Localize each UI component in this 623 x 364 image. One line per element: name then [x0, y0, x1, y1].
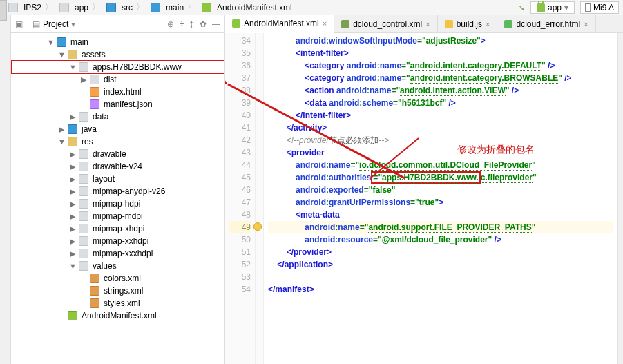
tree-node[interactable]: ▶drawable	[11, 148, 224, 160]
run-config-dropdown[interactable]: app ▾	[530, 1, 575, 14]
bulb-icon[interactable]	[253, 222, 262, 231]
code-line[interactable]: android:grantUriPermissions="true">	[268, 196, 613, 209]
code-line[interactable]: android:windowSoftInputMode="adjustResiz…	[268, 35, 613, 47]
tree-node[interactable]: manifest.json	[11, 98, 224, 111]
code-line[interactable]: </application>	[268, 258, 613, 271]
expand-icon[interactable]: ▶	[69, 162, 76, 171]
editor-tab[interactable]: AndroidManifest.xml×	[225, 15, 334, 33]
tree-node[interactable]: styles.xml	[11, 297, 224, 309]
breadcrumb-item[interactable]: app	[55, 3, 90, 12]
code-line[interactable]: android:authorities="apps.H7BD2BBDK.www.…	[268, 171, 613, 184]
tree-node[interactable]: ▼assets	[11, 48, 224, 61]
code-line[interactable]: android:name="android.support.FILE_PROVI…	[268, 221, 613, 233]
collapse-icon[interactable]: ▣	[15, 19, 23, 29]
expand-icon[interactable]: ▶	[69, 150, 76, 159]
breadcrumb-item[interactable]: AndroidManifest.xml	[198, 3, 294, 12]
file-icon	[79, 211, 88, 221]
expand-icon[interactable]: ▶	[69, 175, 76, 184]
file-icon	[504, 20, 512, 28]
tree-node[interactable]: ▶mipmap-anydpi-v26	[11, 185, 224, 198]
expand-icon[interactable]: ▶	[69, 200, 76, 209]
divide-icon[interactable]: ÷	[180, 19, 184, 29]
editor-tab[interactable]: build.js×	[438, 15, 498, 32]
tree-node[interactable]: ▶drawable-v24	[11, 160, 224, 173]
tree-node[interactable]: ▶mipmap-xxhdpi	[11, 235, 224, 247]
tree-node[interactable]: AndroidManifest.xml	[11, 309, 224, 322]
close-icon[interactable]: ×	[584, 20, 588, 28]
expand-icon[interactable]: ▶	[58, 125, 65, 134]
tree-node[interactable]: ▶mipmap-xxxhdpi	[11, 247, 224, 260]
project-header[interactable]: ▣ ▤ Project ▾ ⊕ ÷ ‡ ✿ —	[11, 15, 224, 33]
expand-icon[interactable]: ▶	[69, 237, 76, 246]
hide-icon[interactable]: —	[212, 19, 220, 29]
close-icon[interactable]: ×	[323, 19, 327, 28]
tree-node[interactable]: ▶java	[11, 123, 224, 135]
code-line[interactable]: <action android:name="android.intent.act…	[268, 84, 613, 97]
code-line[interactable]: </activity>	[268, 122, 613, 134]
tree-node[interactable]: colors.xml	[11, 272, 224, 285]
code-line[interactable]: </provider>	[268, 246, 613, 258]
tree-node[interactable]: ▶data	[11, 111, 224, 123]
expand-icon[interactable]: ▶	[80, 75, 87, 84]
code-line[interactable]: <meta-data	[268, 209, 613, 221]
sync-icon[interactable]: ↘	[518, 3, 525, 12]
editor-tab[interactable]: dcloud_control.xml×	[334, 15, 438, 32]
close-icon[interactable]: ×	[425, 20, 430, 28]
code-line[interactable]: <provider	[268, 146, 613, 159]
project-tool-strip[interactable]	[0, 15, 11, 364]
tree-node[interactable]: ▶dist	[11, 73, 224, 86]
code-line[interactable]: android:resource="@xml/dcloud_file_provi…	[268, 233, 613, 246]
tree-node[interactable]: strings.xml	[11, 285, 224, 297]
code-line[interactable]: <category android:name="android.intent.c…	[268, 59, 613, 72]
breadcrumb-item[interactable]: IPS2	[4, 3, 43, 12]
tree-node[interactable]: ▶layout	[11, 173, 224, 185]
tree-node[interactable]: ▼res	[11, 135, 224, 148]
tree-label: dist	[102, 75, 117, 84]
tree-node[interactable]: ▶mipmap-mdpi	[11, 210, 224, 222]
expand-icon[interactable]: ▶	[69, 249, 76, 258]
breadcrumb-item[interactable]: src	[102, 3, 134, 12]
code-editor[interactable]: 3435363738394041424344454647484950515253…	[225, 33, 623, 364]
expand-icon[interactable]: ▶	[69, 224, 76, 233]
code-line[interactable]: </intent-filter>	[268, 109, 613, 122]
close-icon[interactable]: ×	[486, 20, 490, 28]
expand-icon[interactable]: ▼	[58, 137, 65, 146]
tree-node[interactable]: ▶mipmap-hdpi	[11, 198, 224, 210]
tree-node[interactable]: ▶mipmap-xhdpi	[11, 222, 224, 235]
code-line[interactable]: <category android:name="android.intent.c…	[268, 72, 613, 84]
editor-pane: AndroidManifest.xml×dcloud_control.xml×b…	[225, 15, 623, 364]
editor-tab[interactable]: dcloud_error.html×	[497, 15, 595, 32]
expand-icon[interactable]: ▼	[69, 262, 76, 270]
tree-node[interactable]: ▼values	[11, 260, 224, 272]
code-line[interactable]: <intent-filter>	[268, 47, 613, 59]
tree-node[interactable]: index.html	[11, 86, 224, 98]
fold-gutter[interactable]	[256, 33, 264, 364]
code-line[interactable]: <!--provider节点必须添加-->	[268, 134, 613, 146]
code-line[interactable]: android:name="io.dcloud.common.util.DClo…	[268, 159, 613, 171]
file-icon	[445, 20, 453, 28]
project-tree[interactable]: ▼main▼assets▼apps.H78D2BBDK.www▶distinde…	[11, 33, 224, 364]
expand-icon[interactable]: ▼	[58, 50, 65, 59]
tree-label: AndroidManifest.xml	[80, 311, 157, 320]
code-line[interactable]: <data android:scheme="h56131bcf" />	[268, 97, 613, 109]
expand-icon[interactable]: ▼	[47, 38, 54, 46]
expand-icon[interactable]: ▶	[69, 113, 76, 122]
expand-icon[interactable]: ▶	[69, 187, 76, 196]
options-icon[interactable]: ‡	[189, 19, 194, 29]
expand-icon[interactable]: ▶	[69, 212, 76, 221]
code-line[interactable]: </manifest>	[268, 283, 613, 296]
tree-node[interactable]: ▼main	[11, 36, 224, 48]
chevron-down-icon: ▾	[564, 3, 568, 12]
file-icon	[68, 311, 77, 320]
tree-label: res	[80, 137, 93, 146]
code-line[interactable]	[268, 271, 613, 283]
device-dropdown[interactable]: Mi9 A	[580, 1, 619, 14]
tree-node[interactable]: ▼apps.H78D2BBDK.www	[11, 61, 224, 73]
target-icon[interactable]: ⊕	[167, 19, 174, 29]
code-body[interactable]: android:windowSoftInputMode="adjustResiz…	[264, 33, 617, 364]
expand-icon[interactable]: ▼	[69, 63, 76, 71]
code-line[interactable]: android:exported="false"	[268, 184, 613, 196]
gear-icon[interactable]: ✿	[200, 19, 207, 29]
breadcrumb-item[interactable]: main	[146, 3, 185, 12]
tree-label: apps.H78D2BBDK.www	[91, 62, 182, 72]
